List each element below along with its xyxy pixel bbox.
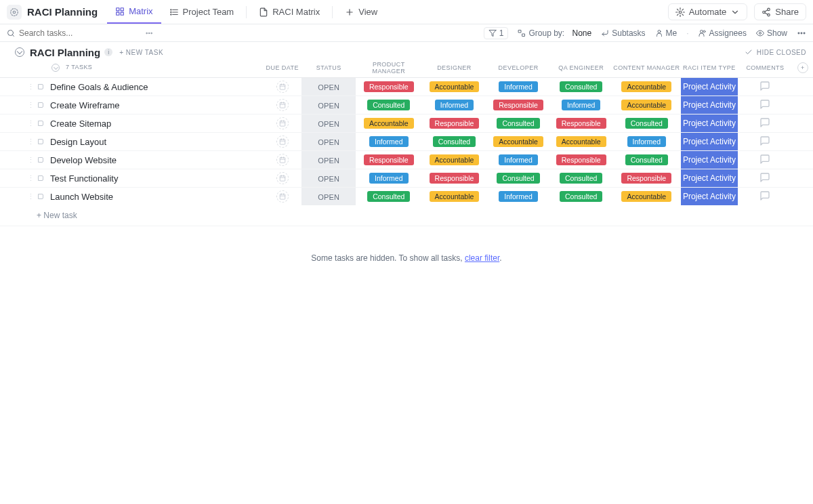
raci-badge[interactable]: Responsible: [493, 100, 543, 110]
table-row[interactable]: ⋮⋮Launch WebsiteOPENConsultedAccountable…: [0, 187, 813, 205]
show-button[interactable]: Show: [756, 28, 787, 38]
raci-item-type[interactable]: Project Activity: [681, 169, 738, 187]
table-row[interactable]: ⋮⋮Design LayoutOPENInformedConsultedAcco…: [0, 132, 813, 150]
due-date-button[interactable]: [276, 190, 289, 203]
col-comments[interactable]: COMMENTS: [738, 58, 793, 77]
raci-badge[interactable]: Accountable: [621, 191, 671, 202]
raci-badge[interactable]: Responsible: [364, 81, 414, 92]
due-date-button[interactable]: [276, 154, 289, 166]
raci-item-type[interactable]: Project Activity: [681, 187, 738, 205]
raci-badge[interactable]: Informed: [369, 136, 408, 147]
table-row[interactable]: ⋮⋮Test FunctionalityOPENInformedResponsi…: [0, 169, 813, 187]
info-icon[interactable]: i: [104, 48, 112, 56]
raci-badge[interactable]: Informed: [369, 173, 408, 184]
new-task-button[interactable]: + NEW TASK: [119, 49, 163, 56]
due-date-button[interactable]: [276, 172, 289, 184]
raci-item-type[interactable]: Project Activity: [681, 132, 738, 150]
raci-badge[interactable]: Consulted: [497, 173, 539, 184]
raci-badge[interactable]: Consulted: [367, 100, 410, 110]
status-dot[interactable]: [38, 194, 43, 199]
status-collapse-toggle[interactable]: [51, 64, 60, 72]
raci-badge[interactable]: Responsible: [556, 118, 606, 129]
hide-closed-button[interactable]: HIDE CLOSED: [745, 48, 806, 56]
raci-badge[interactable]: Accountable: [621, 100, 671, 110]
more-horizontal-icon[interactable]: [797, 28, 806, 38]
status-badge[interactable]: OPEN: [318, 102, 339, 110]
raci-badge[interactable]: Informed: [562, 100, 600, 110]
due-date-button[interactable]: [276, 135, 289, 148]
groupby-button[interactable]: Group by: None: [518, 28, 591, 38]
me-button[interactable]: Me: [655, 28, 678, 38]
raci-badge[interactable]: Accountable: [430, 154, 480, 165]
add-view-button[interactable]: View: [337, 0, 385, 24]
raci-badge[interactable]: Consulted: [625, 118, 668, 129]
raci-badge[interactable]: Consulted: [560, 191, 602, 202]
raci-badge[interactable]: Informed: [435, 100, 474, 110]
filter-button[interactable]: 1: [484, 27, 509, 39]
col-status[interactable]: STATUS: [301, 58, 356, 77]
task-name[interactable]: Design Layout: [33, 137, 106, 147]
subtasks-button[interactable]: Subtasks: [601, 28, 645, 38]
task-name[interactable]: Create Wireframe: [33, 100, 120, 110]
section-collapse-toggle[interactable]: [15, 47, 24, 57]
status-dot[interactable]: [38, 121, 43, 126]
comment-icon[interactable]: [759, 83, 770, 93]
comment-icon[interactable]: [759, 175, 770, 185]
table-row[interactable]: ⋮⋮Create WireframeOPENConsultedInformedR…: [0, 96, 813, 114]
due-date-button[interactable]: [276, 81, 289, 93]
more-horizontal-icon[interactable]: [145, 29, 153, 37]
raci-badge[interactable]: Responsible: [430, 118, 480, 129]
raci-badge[interactable]: Accountable: [430, 191, 480, 202]
raci-badge[interactable]: Consulted: [367, 191, 410, 202]
task-name[interactable]: Test Functionality: [33, 173, 118, 184]
raci-badge[interactable]: Informed: [499, 154, 537, 165]
search-input[interactable]: [19, 28, 100, 38]
tab-raci-matrix[interactable]: RACI Matrix: [251, 0, 328, 24]
col-content-manager[interactable]: CONTENT MANAGER: [612, 58, 681, 77]
status-badge[interactable]: OPEN: [318, 120, 339, 128]
raci-badge[interactable]: Consulted: [625, 154, 668, 165]
status-badge[interactable]: OPEN: [318, 156, 339, 165]
comment-icon[interactable]: [759, 120, 770, 130]
raci-badge[interactable]: Accountable: [621, 81, 671, 92]
table-row[interactable]: ⋮⋮Develop WebsiteOPENResponsibleAccounta…: [0, 150, 813, 169]
raci-badge[interactable]: Responsible: [430, 173, 480, 184]
comment-icon[interactable]: [759, 193, 770, 203]
raci-badge[interactable]: Consulted: [497, 118, 539, 129]
status-dot[interactable]: [38, 175, 43, 181]
col-developer[interactable]: DEVELOPER: [487, 58, 550, 77]
status-dot[interactable]: [38, 84, 43, 89]
raci-item-type[interactable]: Project Activity: [681, 114, 738, 132]
raci-item-type[interactable]: Project Activity: [681, 77, 738, 96]
raci-badge[interactable]: Responsible: [364, 154, 414, 165]
raci-badge[interactable]: Responsible: [621, 173, 671, 184]
tab-matrix[interactable]: Matrix: [107, 0, 161, 24]
raci-badge[interactable]: Responsible: [556, 154, 606, 165]
raci-badge[interactable]: Consulted: [433, 136, 476, 147]
task-name[interactable]: Develop Website: [33, 155, 117, 165]
new-task-row[interactable]: + New task: [0, 205, 813, 226]
col-qa-engineer[interactable]: QA ENGINEER: [549, 58, 612, 77]
status-badge[interactable]: OPEN: [318, 175, 339, 183]
raci-badge[interactable]: Consulted: [560, 173, 602, 184]
raci-badge[interactable]: Consulted: [560, 81, 602, 92]
share-button[interactable]: Share: [754, 3, 806, 20]
comment-icon[interactable]: [759, 156, 770, 167]
due-date-button[interactable]: [276, 117, 289, 129]
raci-badge[interactable]: Informed: [499, 81, 537, 92]
automate-button[interactable]: Automate: [668, 3, 748, 20]
raci-item-type[interactable]: Project Activity: [681, 150, 738, 169]
status-dot[interactable]: [38, 157, 43, 163]
raci-item-type[interactable]: Project Activity: [681, 96, 738, 114]
col-raci-item-type[interactable]: RACI ITEM TYPE: [681, 58, 738, 77]
col-due-date[interactable]: DUE DATE: [264, 58, 301, 77]
status-badge[interactable]: OPEN: [318, 138, 339, 146]
task-name[interactable]: Define Goals & Audience: [33, 82, 148, 92]
col-product-manager[interactable]: PRODUCT MANAGER: [356, 58, 421, 77]
raci-badge[interactable]: Informed: [627, 136, 666, 147]
raci-badge[interactable]: Accountable: [364, 118, 414, 129]
due-date-button[interactable]: [276, 99, 289, 111]
task-name[interactable]: Create Sitemap: [33, 119, 111, 129]
raci-badge[interactable]: Accountable: [556, 136, 606, 147]
status-dot[interactable]: [38, 139, 43, 144]
